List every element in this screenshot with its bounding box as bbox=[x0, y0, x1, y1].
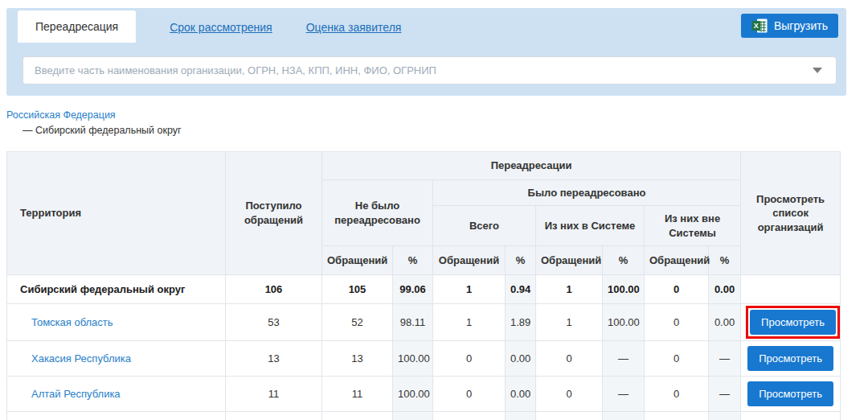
view-button-cell: Просмотреть bbox=[741, 341, 841, 377]
tab-applicant-rating[interactable]: Оценка заявителя bbox=[306, 21, 402, 34]
view-button-cell: Просмотреть bbox=[741, 377, 841, 412]
view-button-cell: Просмотреть bbox=[741, 304, 841, 341]
breadcrumb-root-link[interactable]: Российская Федерация bbox=[6, 109, 116, 121]
view-button[interactable]: Просмотреть bbox=[747, 346, 833, 371]
not-redirected-pct-cell: 100.00 bbox=[393, 377, 433, 412]
col-header-territory: Территория bbox=[7, 152, 226, 275]
not-redirected-appeals-cell: 11 bbox=[322, 377, 393, 412]
breadcrumb-current: — Сибирский федеральный округ bbox=[23, 125, 182, 136]
total-appeals-cell: 1 bbox=[433, 304, 506, 341]
in-system-pct-cell: 100.00 bbox=[603, 275, 645, 304]
territory-link[interactable]: Хакасия Республика bbox=[31, 352, 131, 364]
out-system-appeals-cell: 0 bbox=[645, 275, 709, 304]
highlight-box: Просмотреть bbox=[746, 306, 840, 339]
svg-text:X: X bbox=[754, 22, 759, 30]
out-system-pct-cell: — bbox=[709, 377, 741, 412]
col-group-redirections: Переадресации bbox=[322, 152, 741, 180]
col-header-received: Поступило обращений bbox=[226, 152, 322, 275]
in-system-pct-cell: — bbox=[603, 341, 645, 377]
in-system-pct-cell: — bbox=[603, 377, 645, 412]
out-system-pct-cell: 0.00 bbox=[709, 275, 741, 304]
col-group-in-system: Из них в Системе bbox=[536, 206, 645, 246]
in-system-appeals-cell: 1 bbox=[536, 275, 603, 304]
col-header-appeals: Обращений bbox=[322, 246, 393, 275]
out-system-appeals-cell: 0 bbox=[645, 341, 709, 377]
territory-cell: Алтай Республика bbox=[7, 377, 226, 412]
tab-redirection[interactable]: Переадресация bbox=[18, 10, 136, 43]
table-row: Сибирский федеральный округ 106 105 99.0… bbox=[7, 275, 841, 304]
tabs-row: Переадресация Срок рассмотрения Оценка з… bbox=[6, 8, 846, 43]
total-appeals-cell: 0 bbox=[433, 377, 506, 412]
not-redirected-pct-cell: 98.11 bbox=[393, 304, 433, 341]
in-system-pct-cell: 100.00 bbox=[603, 304, 645, 341]
view-button-cell bbox=[741, 275, 841, 304]
col-header-appeals: Обращений bbox=[433, 246, 506, 275]
total-pct-cell: 0.00 bbox=[506, 377, 536, 412]
col-header-percent: % bbox=[709, 246, 741, 275]
received-cell: 53 bbox=[226, 304, 322, 341]
tab-review-period[interactable]: Срок рассмотрения bbox=[170, 21, 272, 34]
not-redirected-appeals-cell: 52 bbox=[322, 304, 393, 341]
not-redirected-appeals-cell: 13 bbox=[322, 341, 393, 377]
view-button[interactable]: Просмотреть bbox=[750, 310, 836, 335]
filter-panel: Переадресация Срок рассмотрения Оценка з… bbox=[6, 8, 846, 96]
col-header-appeals: Обращений bbox=[536, 246, 603, 275]
col-header-percent: % bbox=[603, 246, 645, 275]
org-search bbox=[23, 56, 837, 84]
in-system-appeals-cell: 0 bbox=[536, 341, 603, 377]
redirection-table: Территория Поступило обращений Переадрес… bbox=[6, 151, 841, 420]
territory-cell: Томская область bbox=[7, 304, 226, 341]
tab-redirection-label: Переадресация bbox=[35, 20, 118, 33]
export-button[interactable]: X Выгрузить bbox=[741, 14, 838, 38]
out-system-appeals-cell: 0 bbox=[645, 377, 709, 412]
received-cell: 13 bbox=[226, 341, 322, 377]
col-header-view-list: Просмотреть список организаций bbox=[741, 152, 841, 275]
col-group-total: Всего bbox=[433, 206, 536, 246]
territory-cell: Сибирский федеральный округ bbox=[7, 275, 226, 304]
total-appeals-cell: 0 bbox=[433, 341, 506, 377]
territory-cell: Хакасия Республика bbox=[7, 341, 226, 377]
not-redirected-pct-cell: 99.06 bbox=[393, 275, 433, 304]
export-button-label: Выгрузить bbox=[774, 19, 828, 32]
out-system-pct-cell: 0.00 bbox=[709, 304, 741, 341]
col-group-not-redirected: Не было переадресовано bbox=[322, 180, 433, 246]
report-page: Переадресация Срок рассмотрения Оценка з… bbox=[0, 0, 868, 420]
col-group-out-system: Из них вне Системы bbox=[645, 206, 741, 246]
territory-link[interactable]: Томская область bbox=[31, 316, 113, 328]
table-row: Алтай Республика 11 11 100.00 0 0.00 0 —… bbox=[7, 377, 841, 412]
not-redirected-pct-cell: 100.00 bbox=[393, 341, 433, 377]
dropdown-caret-icon[interactable] bbox=[813, 68, 822, 73]
col-header-percent: % bbox=[393, 246, 433, 275]
table-row-partial bbox=[7, 412, 841, 420]
col-group-redirected: Было переадресовано bbox=[433, 180, 741, 206]
table-row: Томская область 53 52 98.11 1 1.89 1 100… bbox=[7, 304, 841, 341]
received-cell: 11 bbox=[226, 377, 322, 412]
org-search-input[interactable] bbox=[23, 56, 837, 84]
breadcrumb: Российская Федерация — Сибирский федерал… bbox=[6, 109, 182, 136]
in-system-appeals-cell: 1 bbox=[536, 304, 603, 341]
total-pct-cell: 0.00 bbox=[506, 341, 536, 377]
total-pct-cell: 1.89 bbox=[506, 304, 536, 341]
total-pct-cell: 0.94 bbox=[506, 275, 536, 304]
col-header-appeals: Обращений bbox=[645, 246, 709, 275]
table-row: Хакасия Республика 13 13 100.00 0 0.00 0… bbox=[7, 341, 841, 377]
territory-link[interactable]: Алтай Республика bbox=[31, 388, 121, 400]
in-system-appeals-cell: 0 bbox=[536, 377, 603, 412]
col-header-percent: % bbox=[506, 246, 536, 275]
not-redirected-appeals-cell: 105 bbox=[322, 275, 393, 304]
received-cell: 106 bbox=[226, 275, 322, 304]
out-system-appeals-cell: 0 bbox=[645, 304, 709, 341]
excel-icon: X bbox=[751, 19, 768, 33]
view-button[interactable]: Просмотреть bbox=[747, 381, 833, 406]
total-appeals-cell: 1 bbox=[433, 275, 506, 304]
out-system-pct-cell: — bbox=[709, 341, 741, 377]
